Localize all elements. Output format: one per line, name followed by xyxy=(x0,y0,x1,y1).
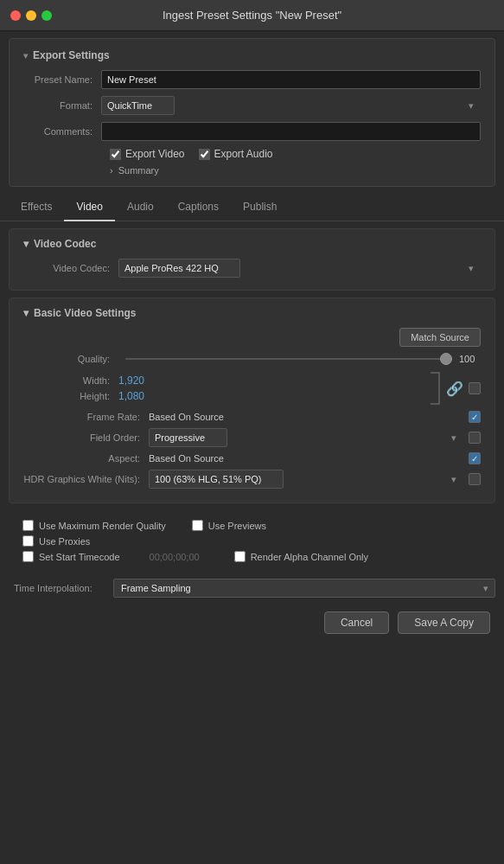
render-alpha-item[interactable]: Render Alpha Channel Only xyxy=(234,551,368,562)
close-button[interactable] xyxy=(10,10,21,21)
time-interpolation-select[interactable]: Frame Sampling Frame Blending Optical Fl… xyxy=(113,579,495,598)
height-row: Height: xyxy=(23,390,422,402)
set-start-timecode-item[interactable]: Set Start Timecode xyxy=(22,551,120,562)
export-settings-label: Export Settings xyxy=(33,49,110,61)
title-bar: Ingest Preset Settings "New Preset" xyxy=(0,0,504,31)
field-order-checkbox[interactable] xyxy=(469,432,481,444)
set-start-timecode-checkbox[interactable] xyxy=(22,551,34,562)
bottom-checkboxes: Use Maximum Render Quality Use Previews … xyxy=(9,510,495,572)
use-proxies-label: Use Proxies xyxy=(39,536,90,547)
use-proxies-checkbox[interactable] xyxy=(22,535,34,547)
frame-rate-value: Based On Source xyxy=(149,412,469,422)
dimensions-checkbox[interactable] xyxy=(469,382,481,394)
video-codec-select[interactable]: Apple ProRes 422 HQ xyxy=(118,259,240,278)
basic-video-header: ▾ Basic Video Settings xyxy=(23,307,481,319)
quality-slider-track[interactable] xyxy=(125,358,452,360)
comments-row: Comments: xyxy=(23,122,481,141)
render-quality-row: Use Maximum Render Quality Use Previews xyxy=(22,520,482,531)
width-input[interactable] xyxy=(118,374,162,387)
video-codec-field-label: Video Codec: xyxy=(23,263,118,273)
quality-value: 100 xyxy=(459,354,481,364)
timecode-row: Set Start Timecode 00;00;00;00 Render Al… xyxy=(22,551,482,562)
tab-video[interactable]: Video xyxy=(64,194,114,221)
width-row: Width: xyxy=(23,374,422,387)
quality-row: Quality: 100 xyxy=(23,354,481,364)
export-audio-checkbox-item[interactable]: Export Audio xyxy=(199,148,273,160)
window-title: Ingest Preset Settings "New Preset" xyxy=(163,9,341,22)
footer-buttons: Cancel Save A Copy xyxy=(0,603,504,643)
aspect-checkbox[interactable] xyxy=(469,452,481,464)
time-interpolation-label: Time Interpolation: xyxy=(14,583,105,593)
height-label: Height: xyxy=(23,391,118,401)
format-row: Format: QuickTime xyxy=(23,96,481,115)
field-order-label: Field Order: xyxy=(23,432,149,443)
set-start-timecode-label: Set Start Timecode xyxy=(39,552,120,562)
aspect-row: Aspect: Based On Source xyxy=(23,452,481,464)
use-previews-item[interactable]: Use Previews xyxy=(192,520,266,531)
export-settings-header: ▾ Export Settings xyxy=(23,49,481,61)
frame-rate-label: Frame Rate: xyxy=(23,412,149,422)
max-render-quality-checkbox[interactable] xyxy=(22,520,34,531)
video-codec-row: Video Codec: Apple ProRes 422 HQ xyxy=(23,259,481,278)
comments-input[interactable] xyxy=(101,122,481,141)
max-render-quality-item[interactable]: Use Maximum Render Quality xyxy=(22,520,166,531)
export-video-checkbox-item[interactable]: Export Video xyxy=(110,148,185,160)
hdr-checkbox[interactable] xyxy=(469,473,481,485)
window-controls[interactable] xyxy=(10,10,52,21)
time-interpolation-select-wrapper: Frame Sampling Frame Blending Optical Fl… xyxy=(113,579,495,598)
export-settings-chevron[interactable]: ▾ xyxy=(23,51,28,61)
tab-effects[interactable]: Effects xyxy=(9,194,64,221)
summary-row[interactable]: › Summary xyxy=(110,165,481,176)
format-select[interactable]: QuickTime xyxy=(101,96,175,115)
field-order-select-wrapper: Progressive xyxy=(149,428,463,447)
hdr-select[interactable]: 100 (63% HLG, 51% PQ) xyxy=(149,470,284,489)
tab-audio[interactable]: Audio xyxy=(115,194,166,221)
minimize-button[interactable] xyxy=(26,10,36,21)
quality-label: Quality: xyxy=(23,354,118,364)
use-previews-label: Use Previews xyxy=(208,521,266,531)
use-previews-checkbox[interactable] xyxy=(192,520,203,531)
save-copy-button[interactable]: Save A Copy xyxy=(398,611,490,634)
tab-publish[interactable]: Publish xyxy=(231,194,289,221)
render-alpha-checkbox[interactable] xyxy=(234,551,246,562)
width-label: Width: xyxy=(23,375,118,386)
timecode-value: 00;00;00;00 xyxy=(150,552,200,562)
render-alpha-label: Render Alpha Channel Only xyxy=(251,552,368,562)
export-video-checkbox[interactable] xyxy=(110,149,121,160)
maximize-button[interactable] xyxy=(41,10,52,21)
comments-label: Comments: xyxy=(23,126,101,137)
summary-label: Summary xyxy=(118,165,159,176)
preset-name-input[interactable] xyxy=(101,70,481,89)
proxies-row: Use Proxies xyxy=(22,535,482,547)
tabs-bar: Effects Video Audio Captions Publish xyxy=(0,194,504,221)
field-order-select[interactable]: Progressive xyxy=(149,428,227,447)
export-audio-label: Export Audio xyxy=(214,148,273,160)
use-proxies-item[interactable]: Use Proxies xyxy=(22,535,90,547)
main-content: ▾ Export Settings Preset Name: Format: Q… xyxy=(0,31,504,864)
frame-rate-row: Frame Rate: Based On Source xyxy=(23,411,481,423)
max-render-quality-label: Use Maximum Render Quality xyxy=(39,521,166,531)
preset-name-label: Preset Name: xyxy=(23,74,101,85)
export-settings-section: ▾ Export Settings Preset Name: Format: Q… xyxy=(9,38,495,187)
video-codec-chevron[interactable]: ▾ xyxy=(23,238,29,250)
match-source-button[interactable]: Match Source xyxy=(399,328,481,347)
height-input[interactable] xyxy=(118,390,162,402)
link-icon[interactable]: 🔗 xyxy=(446,381,463,397)
link-bracket-svg xyxy=(427,371,441,406)
basic-video-settings-section: ▾ Basic Video Settings Match Source Qual… xyxy=(9,298,495,503)
video-codec-label: Video Codec xyxy=(34,238,96,250)
basic-video-chevron[interactable]: ▾ xyxy=(23,307,29,319)
preset-name-row: Preset Name: xyxy=(23,70,481,89)
frame-rate-checkbox[interactable] xyxy=(469,411,481,423)
summary-chevron: › xyxy=(110,165,113,176)
export-audio-checkbox[interactable] xyxy=(199,149,210,160)
format-select-wrapper: QuickTime xyxy=(101,96,481,115)
video-codec-select-wrapper: Apple ProRes 422 HQ xyxy=(118,259,481,278)
format-label: Format: xyxy=(23,100,101,111)
hdr-label: HDR Graphics White (Nits): xyxy=(23,474,149,484)
tab-captions[interactable]: Captions xyxy=(166,194,231,221)
quality-slider-thumb[interactable] xyxy=(440,353,452,365)
video-codec-header: ▾ Video Codec xyxy=(23,238,481,250)
cancel-button[interactable]: Cancel xyxy=(324,611,389,634)
basic-video-label: Basic Video Settings xyxy=(34,307,136,319)
